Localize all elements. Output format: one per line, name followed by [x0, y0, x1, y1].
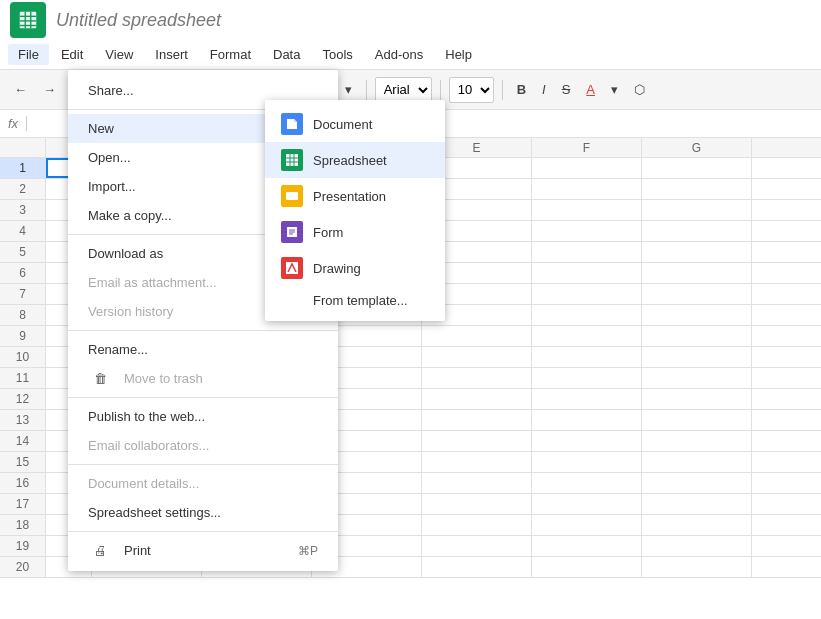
cell-f6[interactable] — [532, 263, 642, 283]
new-doc[interactable]: Document — [265, 106, 445, 142]
text-color-arrow[interactable]: ▾ — [605, 78, 624, 101]
new-template[interactable]: From template... — [265, 286, 445, 315]
cell-g9[interactable] — [642, 326, 752, 346]
cell-f20[interactable] — [532, 557, 642, 577]
cell-f19[interactable] — [532, 536, 642, 556]
cell-e11[interactable] — [422, 368, 532, 388]
cell-e19[interactable] — [422, 536, 532, 556]
undo-button[interactable]: ← — [8, 78, 33, 101]
bucket-button[interactable]: ⬡ — [628, 78, 651, 101]
publish-label: Publish to the web... — [88, 409, 205, 424]
cell-g5[interactable] — [642, 242, 752, 262]
row-number: 3 — [0, 200, 46, 220]
format-number-arrow[interactable]: ▾ — [339, 78, 358, 101]
cell-e12[interactable] — [422, 389, 532, 409]
cell-e20[interactable] — [422, 557, 532, 577]
cell-e17[interactable] — [422, 494, 532, 514]
menu-edit[interactable]: Edit — [51, 44, 93, 65]
drawing-icon — [281, 257, 303, 279]
formula-fx-label: fx — [8, 116, 27, 131]
cell-g14[interactable] — [642, 431, 752, 451]
cell-e18[interactable] — [422, 515, 532, 535]
bold-button[interactable]: B — [511, 78, 532, 101]
new-form[interactable]: Form — [265, 214, 445, 250]
cell-g16[interactable] — [642, 473, 752, 493]
new-sheet[interactable]: Spreadsheet — [265, 142, 445, 178]
menu-bar: File Edit View Insert Format Data Tools … — [0, 40, 821, 70]
cell-f9[interactable] — [532, 326, 642, 346]
cell-e15[interactable] — [422, 452, 532, 472]
text-color-button[interactable]: A — [580, 78, 601, 101]
cell-f18[interactable] — [532, 515, 642, 535]
italic-button[interactable]: I — [536, 78, 552, 101]
new-drawing[interactable]: Drawing — [265, 250, 445, 286]
row-number: 11 — [0, 368, 46, 388]
cell-f8[interactable] — [532, 305, 642, 325]
cell-f17[interactable] — [532, 494, 642, 514]
cell-f5[interactable] — [532, 242, 642, 262]
cell-g15[interactable] — [642, 452, 752, 472]
cell-f3[interactable] — [532, 200, 642, 220]
new-sheet-label: Spreadsheet — [313, 153, 387, 168]
cell-g4[interactable] — [642, 221, 752, 241]
menu-insert[interactable]: Insert — [145, 44, 198, 65]
cell-e16[interactable] — [422, 473, 532, 493]
svg-rect-8 — [286, 154, 298, 166]
file-print[interactable]: 🖨 Print ⌘P — [68, 536, 338, 565]
menu-file[interactable]: File — [8, 44, 49, 65]
cell-g10[interactable] — [642, 347, 752, 367]
cell-g1[interactable] — [642, 158, 752, 178]
new-doc-label: Document — [313, 117, 372, 132]
sheet-icon — [281, 149, 303, 171]
cell-f7[interactable] — [532, 284, 642, 304]
menu-data[interactable]: Data — [263, 44, 310, 65]
cell-f2[interactable] — [532, 179, 642, 199]
font-size-selector[interactable]: 10 — [449, 77, 494, 103]
cell-f13[interactable] — [532, 410, 642, 430]
cell-f14[interactable] — [532, 431, 642, 451]
redo-button[interactable]: → — [37, 78, 62, 101]
menu-view[interactable]: View — [95, 44, 143, 65]
cell-g7[interactable] — [642, 284, 752, 304]
print-icon: 🖨 — [88, 543, 112, 558]
cell-f1[interactable] — [532, 158, 642, 178]
cell-g6[interactable] — [642, 263, 752, 283]
menu-format[interactable]: Format — [200, 44, 261, 65]
page-title: Untitled spreadsheet — [56, 10, 811, 31]
menu-tools[interactable]: Tools — [312, 44, 362, 65]
cell-g12[interactable] — [642, 389, 752, 409]
cell-e9[interactable] — [422, 326, 532, 346]
row-number: 4 — [0, 221, 46, 241]
row-number: 7 — [0, 284, 46, 304]
cell-e13[interactable] — [422, 410, 532, 430]
cell-f16[interactable] — [532, 473, 642, 493]
cell-g20[interactable] — [642, 557, 752, 577]
menu-help[interactable]: Help — [435, 44, 482, 65]
print-label: Print — [124, 543, 151, 558]
rename-label: Rename... — [88, 342, 148, 357]
cell-g2[interactable] — [642, 179, 752, 199]
cell-g11[interactable] — [642, 368, 752, 388]
cell-f10[interactable] — [532, 347, 642, 367]
file-sheet-settings[interactable]: Spreadsheet settings... — [68, 498, 338, 527]
cell-g8[interactable] — [642, 305, 752, 325]
cell-g18[interactable] — [642, 515, 752, 535]
cell-g13[interactable] — [642, 410, 752, 430]
cell-f4[interactable] — [532, 221, 642, 241]
cell-g19[interactable] — [642, 536, 752, 556]
menu-addons[interactable]: Add-ons — [365, 44, 433, 65]
new-slides[interactable]: Presentation — [265, 178, 445, 214]
font-selector[interactable]: Arial — [375, 77, 432, 103]
file-doc-details: Document details... — [68, 469, 338, 498]
cell-e14[interactable] — [422, 431, 532, 451]
print-shortcut: ⌘P — [298, 544, 318, 558]
file-rename[interactable]: Rename... — [68, 335, 338, 364]
cell-f12[interactable] — [532, 389, 642, 409]
strikethrough-button[interactable]: S — [556, 78, 577, 101]
cell-g17[interactable] — [642, 494, 752, 514]
cell-f15[interactable] — [532, 452, 642, 472]
cell-f11[interactable] — [532, 368, 642, 388]
cell-g3[interactable] — [642, 200, 752, 220]
file-publish[interactable]: Publish to the web... — [68, 402, 338, 431]
cell-e10[interactable] — [422, 347, 532, 367]
